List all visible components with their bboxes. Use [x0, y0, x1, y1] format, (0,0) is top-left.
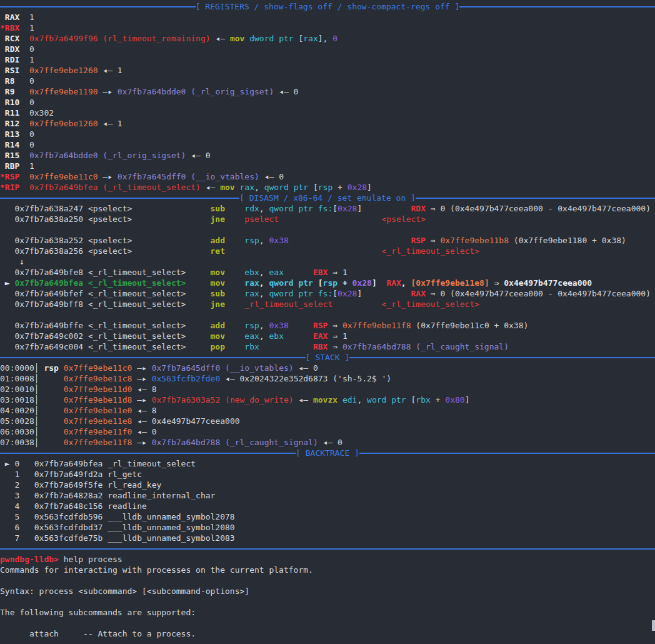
terminal-line: *RSP 0x7ffe9ebe11c0 —▸ 0x7fb7a645dff0 (_…	[0, 171, 655, 182]
text-segment: 0x7ffe9ebe1260	[29, 119, 98, 128]
text-segment: ◂—	[294, 395, 313, 405]
text-segment: │	[34, 416, 64, 426]
text-segment: 00:0000	[0, 363, 34, 373]
text-segment: 0x7fb7a638a247 <pselect>	[0, 204, 211, 213]
console-section: pwndbg-lldb> help processCommands for in…	[0, 543, 655, 639]
text-segment: <_rl_timeout_select>	[381, 246, 479, 256]
text-segment: qword ptr	[264, 183, 313, 192]
terminal-line: RDX 0	[0, 44, 655, 54]
text-segment: mov	[211, 331, 225, 341]
text-segment: 05:0028	[0, 416, 34, 426]
text-segment: +	[431, 395, 445, 405]
text-segment: 0x7fb7a64bdde0 (_rl_orig_sigset)	[118, 87, 274, 96]
text-segment: 0	[19, 129, 34, 139]
text-segment	[225, 289, 244, 298]
text-segment: [	[332, 204, 338, 213]
text-segment: 0x7ffe9ebe11f8	[342, 321, 411, 330]
text-segment	[225, 299, 244, 309]
terminal-line	[0, 224, 655, 235]
text-segment: help process	[59, 555, 122, 564]
terminal-line: R11 0x302	[0, 108, 655, 118]
text-segment: │	[34, 385, 64, 394]
text-segment: │	[34, 438, 64, 447]
text-segment: 0x7ffe9ebe11c8	[64, 374, 132, 383]
text-segment	[225, 321, 244, 330]
text-segment: The following subcommands are supported:	[0, 608, 196, 617]
text-segment: *RSP	[0, 172, 19, 181]
text-segment: RSP	[411, 236, 425, 245]
terminal-line: 06:0030│ 0x7ffe9ebe11f0 ◂— 0	[0, 426, 655, 437]
text-segment: [	[332, 289, 338, 298]
header-rule-right	[459, 6, 655, 8]
text-segment: Syntax: process <subcommand> [<subcomman…	[0, 586, 249, 596]
text-segment: *RBX	[0, 23, 19, 33]
text-segment: 0x7fb7a649bfe8 <_rl_timeout_select>	[0, 268, 211, 277]
text-segment: ◂—	[201, 183, 220, 192]
text-segment	[284, 331, 313, 341]
text-segment: ,	[259, 236, 269, 245]
text-segment	[19, 34, 29, 43]
text-segment: rsp	[318, 183, 332, 192]
text-segment: 0	[19, 140, 34, 149]
text-segment: 02:0010	[0, 385, 34, 394]
scrollbar-thumb[interactable]	[652, 620, 655, 631]
section-title: [ DISASM / x86-64 / set emulate on ]	[239, 193, 416, 203]
text-segment: 0x7fb7a638a252 <pselect>	[0, 236, 211, 245]
terminal-line: RSI 0x7ffe9ebe1260 ◂— 1	[0, 65, 655, 76]
text-segment: ,	[259, 321, 269, 330]
text-segment: ebx	[269, 331, 283, 341]
terminal-line: *RBX 1	[0, 23, 655, 33]
text-segment: ↓	[0, 257, 24, 266]
terminal-line: R12 0x7ffe9ebe1260 ◂— 1	[0, 118, 655, 129]
text-segment: 2 0x7fb7a649f5fe rl_read_key	[0, 480, 161, 490]
section-title: [ BACKTRACE ]	[296, 448, 359, 458]
terminal-line: *RIP 0x7fb7a649bfea (_rl_timeout_select)…	[0, 182, 655, 193]
terminal-line: 0x7fb7a649bff8 <_rl_timeout_select> jne …	[0, 299, 655, 309]
text-segment: 4 0x7fb7a648c156 readline	[0, 501, 147, 511]
terminal-line: 07:0038│ 0x7ffe9ebe11f8 —▸ 0x7fb7a64bd78…	[0, 437, 655, 448]
terminal-line	[0, 596, 655, 607]
text-segment: edi	[342, 395, 357, 405]
text-segment: rdx	[244, 204, 259, 213]
terminal-line: 6 0x563fcdfdbd37 ___lldb_unnamed_symbol2…	[0, 522, 655, 533]
text-segment: 0x7fb7a64bd788 (_rl_caught_signal)	[152, 438, 318, 447]
text-segment: 0x38	[269, 321, 288, 330]
text-segment	[0, 278, 5, 288]
text-segment: RDI	[0, 55, 19, 64]
header-rule-left	[0, 198, 239, 199]
text-segment: —▸	[98, 172, 118, 181]
text-segment	[19, 66, 29, 75]
text-segment: 01:0008	[0, 374, 34, 383]
text-segment: rax	[244, 278, 259, 288]
header-rule-left	[0, 6, 196, 8]
text-segment: 0x80	[445, 395, 464, 405]
text-segment: RAX	[411, 289, 425, 298]
terminal-line	[0, 618, 655, 628]
text-segment: 0x7fb7a645dff0 (__io_vtables)	[118, 172, 259, 181]
terminal-line: attach -- Attach to a process.	[0, 628, 655, 639]
terminal-line: ↓	[0, 256, 655, 267]
text-segment: rsp	[44, 363, 58, 373]
terminal-line: R15 0x7fb7a64bdde0 (_rl_orig_sigset) ◂— …	[0, 150, 655, 161]
text-segment: 0x7ffe9ebe1260	[29, 66, 98, 75]
text-segment: (0x7ffe9ebe11c0 + 0x38)	[411, 321, 528, 330]
text-segment: jne	[211, 299, 225, 309]
text-segment: 0x7fb7a64bdde0 (_rl_orig_sigset)	[29, 151, 186, 160]
text-segment: ],	[318, 34, 332, 43]
text-segment: ◂— 1	[98, 66, 122, 75]
text-segment	[19, 172, 29, 181]
text-segment: 1	[19, 13, 34, 22]
text-segment: 0x7ffe9ebe11b8	[440, 236, 509, 245]
text-segment: 0x7ffe9ebe11f8	[64, 438, 132, 447]
text-segment: +	[338, 278, 352, 288]
text-segment: ,	[357, 395, 367, 405]
header-rule-right	[416, 198, 655, 199]
text-segment: ,	[401, 278, 411, 288]
text-segment: 3 0x7fb7a64828a2 readline_internal_char	[0, 491, 215, 500]
text-segment: │	[34, 374, 64, 383]
text-segment: RCX	[0, 34, 19, 43]
text-segment: 0x7ffe9ebe11d8	[64, 395, 132, 405]
text-segment: (0x7ffe9ebe1180 + 0x38)	[509, 236, 626, 245]
text-segment: ◂— 0x2024322e352d6873 ('sh-5.2$ ')	[220, 374, 391, 383]
text-segment: EBX	[313, 268, 328, 277]
